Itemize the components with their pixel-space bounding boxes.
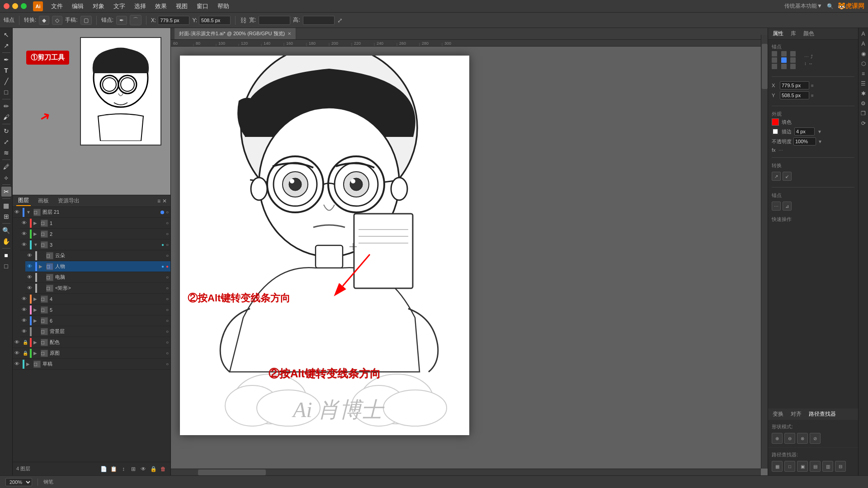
move-to-layer-btn[interactable]: ↕	[120, 465, 127, 473]
layer-peidse-visibility[interactable]: 👁	[14, 339, 21, 346]
close-button[interactable]	[4, 3, 9, 9]
minus-back-btn[interactable]: ⊟	[835, 461, 846, 472]
layer-caogao-visibility[interactable]: 👁	[14, 361, 21, 367]
hand-btn[interactable]: ▢	[80, 16, 92, 25]
anchor-bl[interactable]	[772, 64, 777, 69]
minus-front-btn[interactable]: ⊖	[784, 433, 795, 444]
layer-5-expand[interactable]: ▶	[33, 307, 39, 312]
anchor-icon-1[interactable]: ⋯	[804, 54, 809, 59]
fill-swatch[interactable]	[772, 118, 779, 126]
anchor-tl[interactable]	[772, 51, 777, 56]
layer-yuantu-expand[interactable]: ▶	[33, 351, 39, 356]
convert-btn-1[interactable]: ◆	[39, 16, 49, 25]
anchor-tc[interactable]	[781, 51, 787, 56]
layer-5-visibility[interactable]: 👁	[22, 307, 28, 313]
crop-btn[interactable]: ▤	[810, 461, 821, 472]
y-input[interactable]	[199, 16, 231, 25]
horizontal-scrollbar[interactable]	[171, 469, 761, 475]
chain-icon[interactable]: ⛓	[240, 17, 246, 24]
layer-21-expand[interactable]: ▼	[26, 210, 32, 215]
anchor-mc[interactable]	[781, 57, 787, 63]
anchor-ml[interactable]	[772, 57, 777, 63]
menu-select[interactable]: 选择	[131, 1, 150, 11]
menu-window[interactable]: 窗口	[193, 1, 212, 11]
tab-layers[interactable]: 图层	[16, 196, 31, 206]
constrain-icon[interactable]: ⤢	[337, 17, 343, 24]
menu-help[interactable]: 帮助	[214, 1, 233, 11]
layer-row-bg[interactable]: 👁 ▶ □ 背景层 ○	[20, 326, 170, 337]
maximize-button[interactable]	[21, 3, 27, 9]
layer-row-rect[interactable]: 👁 ▶ □ <矩形> ○	[25, 283, 170, 294]
corner-anchor-btn[interactable]: ⊿	[783, 202, 792, 211]
tool-line[interactable]: ╱	[1, 76, 11, 86]
anchor3-btn[interactable]: ⌒	[130, 15, 142, 25]
tool-scale[interactable]: ⤢	[1, 137, 11, 147]
menu-text[interactable]: 文字	[110, 1, 129, 11]
canvas-tab-item[interactable]: 封面-演示源文件1.ai* @ 200% (RGB/GPU 预览) ✕	[175, 28, 296, 39]
convert-btn-2[interactable]: ◇	[52, 16, 62, 25]
right-icon-6[interactable]: ☰	[859, 80, 868, 88]
tab-artboards[interactable]: 画板	[36, 196, 51, 206]
tool-fill[interactable]: ■	[1, 250, 11, 260]
stroke-dropdown-icon[interactable]: ▼	[817, 129, 822, 134]
canvas-scroll[interactable]: Ai 肖博士 ②按Alt键转变线条方向	[171, 47, 761, 469]
layer-yuantu-visibility[interactable]: 👁	[14, 350, 21, 357]
layer-bg-visibility[interactable]: 👁	[22, 328, 28, 335]
search-icon[interactable]: 🔍	[826, 2, 834, 10]
layer-6-expand[interactable]: ▶	[33, 318, 39, 323]
layer-diannao-visibility[interactable]: 👁	[27, 274, 33, 281]
tool-rotate[interactable]: ↻	[1, 126, 11, 136]
opacity-input[interactable]	[793, 137, 816, 145]
exclude-btn[interactable]: ⊘	[810, 433, 821, 444]
transform-btn-2[interactable]: ↙	[783, 172, 792, 181]
x-input[interactable]	[158, 16, 189, 25]
layer-6-visibility[interactable]: 👁	[22, 318, 28, 324]
tab-transform-bottom[interactable]: 变换	[770, 409, 786, 419]
tool-stroke[interactable]: □	[1, 261, 11, 271]
template-btn[interactable]: ⊞	[130, 465, 137, 473]
layer-rect-visibility[interactable]: 👁	[27, 285, 33, 291]
menu-object[interactable]: 对象	[89, 1, 108, 11]
tool-direct-select[interactable]: ↗	[1, 41, 11, 51]
layer-row-caogao[interactable]: 👁 ▶ □ 草稿 ○	[13, 359, 170, 370]
anchor-icon-2[interactable]: ⤴	[811, 54, 813, 59]
right-icon-10[interactable]: ⟳	[859, 119, 868, 127]
layer-renwu-visibility[interactable]: 👁	[27, 263, 33, 270]
merge-btn[interactable]: ▣	[797, 461, 808, 472]
tool-zoom[interactable]: 🔍	[1, 225, 11, 235]
opacity-dropdown-icon[interactable]: ▼	[818, 139, 822, 144]
tab-align-bottom[interactable]: 对齐	[788, 409, 804, 419]
tool-paintbrush[interactable]: 🖌	[1, 112, 11, 122]
layer-3-expand[interactable]: ▼	[33, 242, 39, 247]
layer-3-visibility[interactable]: 👁	[22, 242, 28, 248]
layer-row-5[interactable]: 👁 ▶ □ 5 ○	[20, 305, 170, 315]
anchor-bc[interactable]	[781, 64, 787, 69]
width-input[interactable]	[259, 16, 290, 25]
tool-mesh[interactable]: ⊞	[1, 211, 11, 221]
minimize-button[interactable]	[12, 3, 18, 9]
layer-peidse-expand[interactable]: ▶	[33, 340, 39, 345]
layer-4-expand[interactable]: ▶	[33, 296, 39, 301]
layer-row-6[interactable]: 👁 ▶ □ 6 ○	[20, 315, 170, 326]
h-scroll-thumb[interactable]	[198, 469, 266, 475]
tab-color[interactable]: 颜色	[801, 29, 817, 38]
right-icon-2[interactable]: A	[859, 40, 868, 48]
show-all-btn[interactable]: 👁	[140, 465, 147, 473]
stroke-swatch[interactable]	[772, 128, 779, 135]
vertical-scrollbar[interactable]	[761, 35, 768, 469]
menu-view[interactable]: 视图	[172, 1, 191, 11]
anchor-br[interactable]	[790, 64, 796, 69]
intersect-btn[interactable]: ⊗	[797, 433, 808, 444]
tool-pen[interactable]: ✒	[1, 55, 11, 65]
lock-all-btn[interactable]: 🔒	[150, 465, 157, 473]
tool-type[interactable]: T	[1, 66, 11, 75]
layer-renwu-expand[interactable]: ▶	[39, 264, 44, 269]
layer-1-expand[interactable]: ▶	[33, 221, 39, 225]
outline-btn[interactable]: ▥	[822, 461, 833, 472]
preview-canvas[interactable]: ①剪刀工具 ➜	[13, 28, 170, 195]
fx-label[interactable]: fx	[772, 147, 776, 153]
tool-scissors[interactable]: ✂	[1, 187, 11, 197]
tool-hand[interactable]: ✋	[1, 236, 11, 246]
tool-gradient[interactable]: ▦	[1, 201, 11, 211]
layer-row-yuantu[interactable]: 👁 🔒 ▶ □ 原图 ○	[13, 348, 170, 359]
